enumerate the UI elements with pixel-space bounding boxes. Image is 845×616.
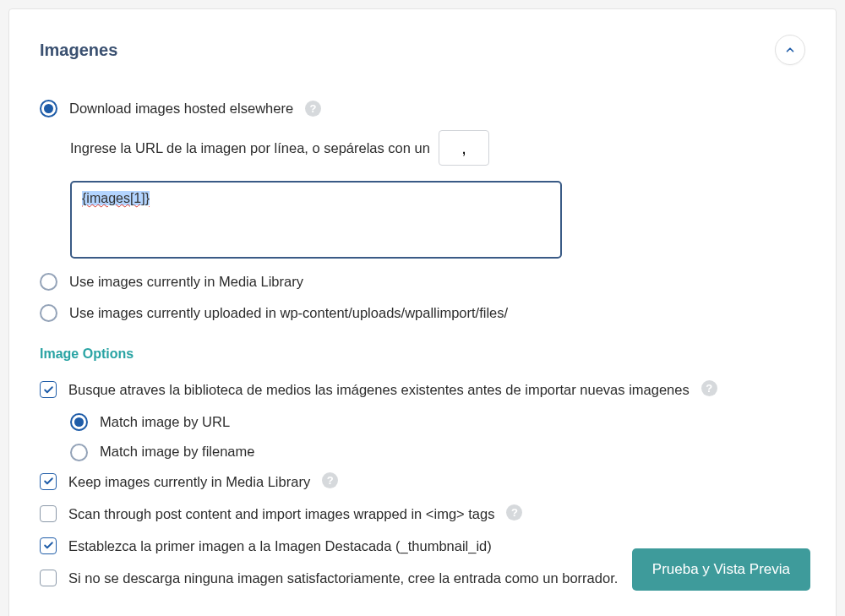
- download-sub-block: Ingrese la URL de la imagen por línea, o…: [70, 130, 805, 259]
- radio-button: [40, 304, 57, 322]
- image-options-title: Image Options: [40, 346, 805, 362]
- radio-match-url[interactable]: Match image by URL: [70, 412, 805, 432]
- radio-media-library[interactable]: Use images currently in Media Library: [40, 272, 805, 292]
- radio-label: Match image by filename: [100, 442, 254, 461]
- radio-label: Download images hosted elsewhere: [69, 99, 293, 118]
- checkbox: [40, 505, 57, 522]
- url-instruction-row: Ingrese la URL de la imagen por línea, o…: [70, 130, 805, 166]
- textarea-selection: {images[1]}: [82, 191, 150, 205]
- separator-input[interactable]: [439, 130, 489, 166]
- help-icon[interactable]: ?: [305, 101, 321, 117]
- images-panel: Imagenes Download images hosted elsewher…: [8, 8, 837, 616]
- checkbox: [40, 381, 57, 398]
- checkbox-search-existing[interactable]: Busque atraves la biblioteca de medios l…: [40, 380, 805, 400]
- checkbox-label: Si no se descarga ninguna imagen satisfa…: [68, 569, 618, 588]
- checkbox-keep-images[interactable]: Keep images currently in Media Library ?: [40, 472, 805, 492]
- checkbox-label: Busque atraves la biblioteca de medios l…: [68, 380, 690, 400]
- panel-title: Imagenes: [40, 41, 117, 60]
- radio-dot: [74, 417, 84, 427]
- radio-label: Match image by URL: [100, 412, 230, 432]
- panel-header: Imagenes: [40, 35, 805, 65]
- help-icon[interactable]: ?: [322, 472, 338, 488]
- radio-dot: [44, 104, 53, 113]
- radio-uploaded-files[interactable]: Use images currently uploaded in wp-cont…: [40, 303, 805, 323]
- radio-download-elsewhere[interactable]: Download images hosted elsewhere ?: [40, 99, 805, 118]
- match-sub-block: Match image by URL Match image by filena…: [70, 412, 805, 461]
- radio-button: [70, 413, 88, 431]
- radio-button: [40, 273, 57, 291]
- radio-button: [40, 100, 57, 117]
- checkbox: [40, 570, 57, 586]
- radio-label: Use images currently in Media Library: [69, 272, 303, 292]
- radio-match-filename[interactable]: Match image by filename: [70, 442, 805, 461]
- preview-button[interactable]: Prueba y Vista Previa: [632, 548, 810, 591]
- check-icon: [43, 384, 54, 395]
- chevron-up-icon: [784, 44, 796, 56]
- checkbox-label: Establezca la primer imagen a la Imagen …: [68, 537, 492, 556]
- checkbox: [40, 537, 57, 554]
- collapse-button[interactable]: [775, 35, 805, 65]
- help-icon[interactable]: ?: [701, 380, 717, 396]
- check-icon: [43, 476, 54, 487]
- checkbox-label: Keep images currently in Media Library: [68, 472, 310, 492]
- radio-label: Use images currently uploaded in wp-cont…: [69, 303, 508, 323]
- radio-button: [70, 444, 88, 461]
- check-icon: [43, 540, 54, 551]
- image-url-textarea[interactable]: {images[1]}: [70, 181, 562, 259]
- checkbox: [40, 473, 57, 490]
- url-instruction-text: Ingrese la URL de la imagen por línea, o…: [70, 140, 430, 156]
- checkbox-scan-content[interactable]: Scan through post content and import ima…: [40, 504, 805, 524]
- help-icon[interactable]: ?: [506, 504, 522, 521]
- checkbox-label: Scan through post content and import ima…: [68, 504, 494, 524]
